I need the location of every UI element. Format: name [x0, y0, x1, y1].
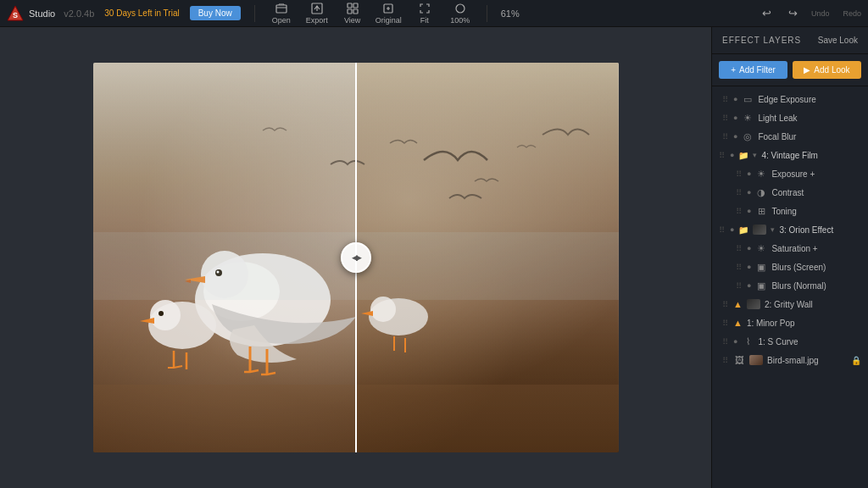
focal-icon: ◎: [742, 131, 754, 142]
layer-name: Focal Blur: [758, 132, 861, 141]
layer-focal-blur[interactable]: ⠿ ● ◎ Focal Blur: [712, 127, 868, 146]
visibility-icon[interactable]: ●: [747, 281, 751, 290]
export-label: Export: [306, 16, 328, 25]
layer-edge-exposure[interactable]: ⠿ ● ▭ Edge Exposure: [712, 90, 868, 108]
buy-now-button[interactable]: Buy Now: [190, 6, 241, 20]
layer-vintage-film-group[interactable]: ⠿ ● 📁 ▾ 4: Vintage Film: [712, 146, 868, 164]
visibility-icon[interactable]: ●: [730, 225, 734, 234]
sun-icon: ☀: [755, 243, 767, 254]
original-icon: [382, 3, 394, 14]
layer-name: 2: Gritty Wall: [765, 300, 861, 309]
visibility-icon[interactable]: ●: [733, 114, 737, 122]
blur-icon: ▣: [755, 262, 767, 273]
canvas-area: [0, 27, 711, 488]
image-icon: 🖼: [733, 355, 745, 365]
separator-1: [254, 5, 255, 22]
add-filter-button[interactable]: + Add Filter: [719, 61, 787, 79]
visibility-icon[interactable]: ●: [733, 337, 737, 346]
separator-2: [487, 5, 487, 22]
add-buttons-row: + Add Filter ▶ Add Look: [712, 54, 868, 86]
export-icon: [311, 3, 323, 14]
drag-handle: ⠿: [722, 132, 728, 141]
layer-blurs-normal[interactable]: ⠿ ● ▣ Blurs (Normal): [712, 276, 868, 295]
fit-label: Fit: [420, 16, 429, 25]
drag-handle: ⠿: [722, 114, 728, 123]
svg-text:S: S: [13, 11, 18, 19]
lock-icon: 🔒: [851, 356, 861, 365]
effect-layers-panel: EFFECT LAYERS Save Look + Add Filter ▶ A…: [711, 27, 868, 488]
drag-handle: ⠿: [736, 281, 742, 291]
open-button[interactable]: Open: [269, 3, 294, 25]
layer-name: Bird-small.jpg: [767, 356, 847, 365]
main-area: EFFECT LAYERS Save Look + Add Filter ▶ A…: [0, 27, 868, 488]
compare-container[interactable]: [93, 63, 619, 452]
drag-handle: ⠿: [719, 151, 725, 160]
visibility-icon[interactable]: ●: [733, 132, 737, 141]
layer-toning[interactable]: ⠿ ● ⊞ Toning: [712, 202, 868, 220]
blur-icon: ▣: [755, 280, 767, 291]
rect-icon: ▭: [742, 94, 754, 105]
layer-name: 3: Orion Effect: [779, 225, 861, 235]
layer-minor-pop[interactable]: ⠿ ▲ 1: Minor Pop: [712, 313, 868, 332]
zoom-100-icon: [454, 3, 466, 14]
layer-name: Light Leak: [758, 114, 861, 123]
add-look-icon: ▶: [804, 65, 810, 75]
effect-panel-header: EFFECT LAYERS Save Look: [712, 27, 868, 54]
save-look-button[interactable]: Save Look: [818, 36, 858, 45]
sun-icon: ☀: [742, 113, 754, 124]
svg-rect-7: [353, 9, 358, 14]
add-look-button[interactable]: ▶ Add Look: [793, 61, 861, 79]
layer-name: Saturation +: [771, 244, 861, 253]
svg-rect-6: [348, 9, 352, 14]
svg-rect-2: [276, 5, 287, 13]
visibility-icon[interactable]: ●: [730, 151, 734, 159]
fit-icon: [419, 3, 431, 14]
layer-exposure-plus[interactable]: ⠿ ● ☀ Exposure +: [712, 164, 868, 183]
layer-name: Edge Exposure: [758, 95, 861, 104]
layer-s-curve[interactable]: ⠿ ● ⌇ 1: S Curve: [712, 332, 868, 351]
drag-handle: ⠿: [736, 263, 742, 272]
drag-handle: ⠿: [722, 337, 728, 347]
zoom-100-label: 100%: [450, 16, 470, 25]
layer-name: 1: S Curve: [758, 337, 861, 347]
visibility-icon[interactable]: ●: [747, 188, 751, 197]
layer-saturation-plus[interactable]: ⠿ ● ☀ Saturation +: [712, 239, 868, 258]
layer-bird-small[interactable]: ⠿ 🖼 Bird-small.jpg 🔒: [712, 351, 868, 369]
layer-light-leak[interactable]: ⠿ ● ☀ Light Leak: [712, 108, 868, 127]
visibility-icon[interactable]: ●: [747, 263, 751, 271]
app-logo: S Studio v2.0.4b 30 Days Left in Trial: [7, 5, 180, 22]
app-version: v2.0.4b: [64, 8, 94, 19]
drag-handle: ⠿: [719, 225, 725, 235]
zoom-100-button[interactable]: 100%: [448, 3, 473, 25]
layer-orion-effect-group[interactable]: ⠿ ● 📁 ▾ 3: Orion Effect: [712, 220, 868, 239]
toning-icon: ⊞: [755, 206, 767, 217]
undo-label: Undo: [811, 9, 830, 18]
layer-name: Blurs (Screen): [771, 263, 861, 272]
visibility-icon[interactable]: ●: [747, 169, 751, 178]
zoom-level: 61%: [501, 8, 520, 19]
layer-thumbnail: [753, 225, 766, 235]
redo-button[interactable]: ↪: [785, 5, 801, 21]
layer-name: Toning: [771, 207, 861, 216]
drag-handle: ⠿: [722, 95, 728, 104]
export-button[interactable]: Export: [304, 3, 330, 25]
original-button[interactable]: Original: [376, 3, 402, 25]
curve-icon: ⌇: [742, 336, 754, 347]
layer-contrast[interactable]: ⠿ ● ◑ Contrast: [712, 183, 868, 202]
visibility-icon[interactable]: ●: [747, 207, 751, 215]
expand-icon[interactable]: ▾: [771, 225, 775, 234]
add-filter-label: Add Filter: [739, 65, 776, 75]
fit-button[interactable]: Fit: [412, 3, 437, 25]
visibility-icon[interactable]: ●: [733, 95, 737, 103]
view-button[interactable]: View: [340, 3, 365, 25]
top-bar: S Studio v2.0.4b 30 Days Left in Trial B…: [0, 0, 868, 27]
undo-button[interactable]: ↩: [759, 5, 775, 21]
original-label: Original: [376, 16, 402, 25]
visibility-icon[interactable]: ●: [747, 244, 751, 252]
layers-list: ⠿ ● ▭ Edge Exposure ⠿ ● ☀ Light Leak ⠿ ●…: [712, 86, 868, 488]
layer-name: 4: Vintage Film: [761, 151, 861, 160]
compare-handle[interactable]: [341, 242, 371, 273]
layer-blurs-screen[interactable]: ⠿ ● ▣ Blurs (Screen): [712, 258, 868, 276]
layer-gritty-wall[interactable]: ⠿ ▲ 2: Gritty Wall: [712, 295, 868, 313]
expand-icon[interactable]: ▾: [753, 151, 757, 159]
